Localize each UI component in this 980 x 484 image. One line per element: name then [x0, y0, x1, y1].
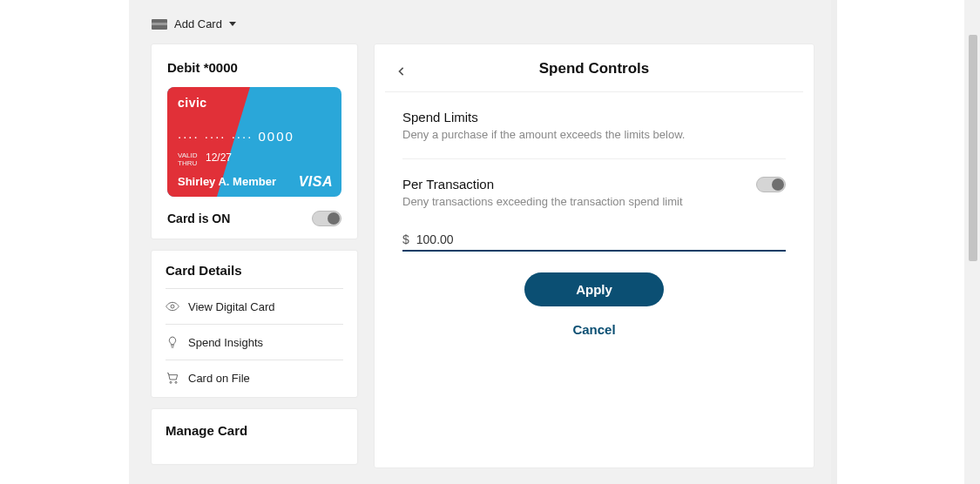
per-transaction-toggle[interactable] — [756, 177, 786, 192]
detail-item-label: Spend Insights — [188, 336, 263, 349]
valid-thru-value: 12/27 — [206, 151, 232, 164]
card-details-title: Card Details — [166, 263, 343, 278]
chevron-left-icon — [397, 67, 406, 76]
detail-item-label: Card on File — [188, 372, 250, 385]
svg-point-1 — [170, 381, 172, 383]
app-frame: Add Card Debit *0000 civic ···· ···· ···… — [129, 0, 836, 484]
add-card-button[interactable]: Add Card — [129, 17, 836, 30]
card-summary-panel: Debit *0000 civic ···· ···· ···· 0000 VA… — [152, 44, 357, 239]
bulb-icon — [166, 335, 179, 349]
card-icon — [152, 19, 167, 30]
manage-card-title: Manage Card — [166, 423, 343, 438]
per-transaction-title: Per Transaction — [402, 177, 739, 192]
currency-prefix: $ — [402, 232, 409, 246]
card-title: Debit *0000 — [167, 60, 341, 75]
eye-icon — [166, 299, 179, 313]
valid-thru-label: VALIDTHRU — [178, 151, 198, 167]
view-digital-card-item[interactable]: View Digital Card — [166, 288, 343, 324]
cancel-button[interactable]: Cancel — [572, 322, 615, 337]
spend-controls-panel: Spend Controls Spend Limits Deny a purch… — [375, 44, 814, 467]
spend-limits-subtitle: Deny a purchase if the amount exceeds th… — [402, 128, 786, 141]
amount-input[interactable] — [416, 232, 786, 246]
inner-scrollbar[interactable] — [831, 0, 837, 484]
card-details-panel: Card Details View Digital Card Spend Ins… — [152, 251, 357, 397]
card-on-file-item[interactable]: Card on File — [166, 360, 343, 395]
card-brand: civic — [178, 96, 207, 110]
add-card-label: Add Card — [174, 17, 222, 30]
cart-icon — [166, 371, 179, 385]
page-scrollbar-thumb[interactable] — [969, 35, 977, 261]
divider — [402, 158, 786, 159]
spend-limits-title: Spend Limits — [402, 110, 786, 124]
card-on-label: Card is ON — [167, 212, 230, 225]
page-scrollbar-track[interactable] — [964, 0, 980, 484]
detail-item-label: View Digital Card — [188, 300, 274, 313]
svg-point-0 — [171, 305, 174, 308]
cardholder-name: Shirley A. Member — [178, 175, 276, 188]
per-transaction-subtitle: Deny transactions exceeding the transact… — [402, 195, 739, 208]
card-number: ···· ···· ···· 0000 — [178, 129, 294, 144]
card-network: VISA — [299, 174, 333, 190]
back-button[interactable] — [397, 64, 406, 72]
spend-insights-item[interactable]: Spend Insights — [166, 324, 343, 360]
credit-card-image: civic ···· ···· ···· 0000 VALIDTHRU 12/2… — [167, 87, 341, 197]
spend-controls-title: Spend Controls — [539, 60, 650, 77]
chevron-down-icon — [229, 22, 236, 26]
apply-button[interactable]: Apply — [524, 272, 664, 306]
svg-point-2 — [175, 381, 177, 383]
manage-card-panel: Manage Card — [152, 409, 357, 464]
card-on-toggle[interactable] — [312, 211, 341, 226]
